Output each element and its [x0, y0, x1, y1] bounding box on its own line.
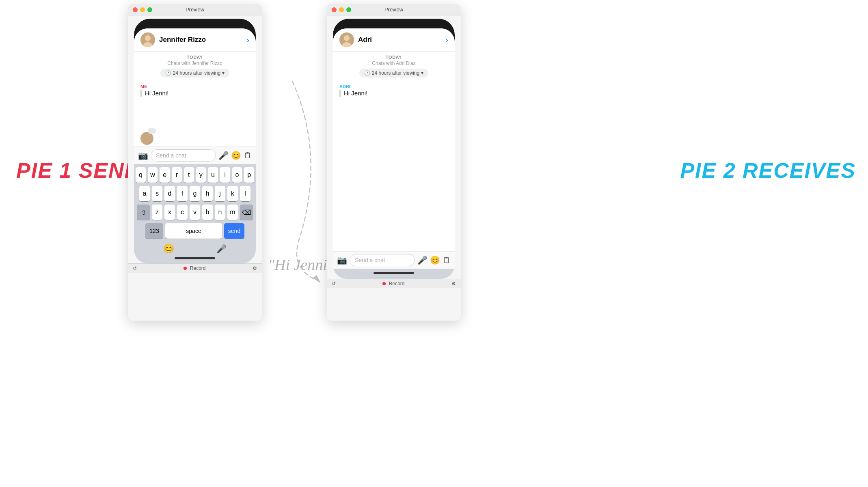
- left-kb-mic-button[interactable]: 🎤: [216, 244, 227, 254]
- key-c[interactable]: c: [177, 205, 188, 220]
- key-t[interactable]: t: [184, 167, 194, 183]
- left-minimize-button[interactable]: [140, 7, 145, 12]
- left-sender-label: ME: [140, 84, 249, 89]
- left-record-label[interactable]: Record: [184, 265, 205, 271]
- key-123[interactable]: 123: [145, 223, 163, 239]
- key-p[interactable]: p: [244, 167, 254, 183]
- left-emoji-icon[interactable]: 😊: [231, 151, 241, 160]
- key-v[interactable]: v: [190, 205, 200, 220]
- right-maximize-button[interactable]: [346, 7, 351, 12]
- right-input-field[interactable]: Send a chat: [350, 254, 415, 266]
- key-a[interactable]: a: [139, 186, 150, 201]
- right-settings-icon[interactable]: ⚙: [451, 281, 456, 287]
- left-timer-text: 24 hours after viewing: [173, 70, 220, 76]
- key-n[interactable]: n: [215, 205, 225, 220]
- right-emoji-icon[interactable]: 😊: [430, 255, 440, 265]
- left-close-button[interactable]: [133, 7, 138, 12]
- right-window-title: Preview: [384, 6, 403, 13]
- svg-point-2: [145, 35, 151, 41]
- left-keyboard: q w e r t y u i o p a: [134, 164, 256, 263]
- left-window: Preview: [128, 4, 262, 321]
- left-kb-emoji-button[interactable]: 😊: [163, 244, 174, 254]
- key-r[interactable]: r: [172, 167, 182, 183]
- right-record-dot: [382, 282, 386, 285]
- key-m[interactable]: m: [227, 205, 238, 220]
- right-reload-icon[interactable]: ↺: [332, 281, 336, 287]
- right-camera-icon[interactable]: 📷: [337, 255, 347, 265]
- right-timer-pill[interactable]: 🕐 24 hours after viewing ▾: [359, 69, 428, 78]
- key-i[interactable]: i: [220, 167, 230, 183]
- svg-point-5: [344, 35, 350, 41]
- left-avatar: [140, 32, 155, 47]
- left-reload-icon[interactable]: ↺: [133, 265, 137, 271]
- right-record-label[interactable]: Record: [382, 281, 404, 287]
- key-f[interactable]: f: [177, 186, 188, 201]
- right-contact-name: Adri: [358, 36, 445, 44]
- right-mic-icon[interactable]: 🎤: [417, 255, 428, 265]
- left-phone-shell: Jennifer Rizzo › TODAY Chats with Jennif…: [134, 19, 256, 263]
- left-nav-chevron[interactable]: ›: [246, 35, 249, 45]
- right-minimize-button[interactable]: [339, 7, 344, 12]
- key-y[interactable]: y: [196, 167, 206, 183]
- right-notch: [371, 19, 416, 28]
- key-q[interactable]: q: [136, 167, 146, 183]
- right-bottom-bar: ↺ Record ⚙: [327, 279, 461, 288]
- left-kb-row4: 123 space send: [136, 223, 254, 239]
- svg-marker-0: [313, 275, 321, 283]
- key-space[interactable]: space: [165, 223, 222, 239]
- right-sender-label: ADRI: [339, 84, 448, 89]
- key-z[interactable]: z: [152, 205, 162, 220]
- left-kb-row2: a s d f g h j k l: [136, 186, 254, 201]
- key-d[interactable]: d: [164, 186, 175, 201]
- key-u[interactable]: u: [208, 167, 218, 183]
- left-input-field[interactable]: Send a chat: [151, 149, 216, 162]
- right-input-bar: 📷 Send a chat 🎤 😊 🗒: [333, 251, 455, 269]
- key-x[interactable]: x: [164, 205, 175, 220]
- left-attachment-icon[interactable]: 🗒: [244, 151, 252, 160]
- left-mic-icon[interactable]: 🎤: [218, 151, 229, 160]
- key-j[interactable]: j: [215, 186, 225, 201]
- left-messages-area: ME Hi Jenni!: [134, 81, 256, 129]
- left-timer-icon: 🕐: [165, 70, 171, 76]
- right-window: Preview Adri: [327, 4, 461, 321]
- left-bottom-bar: ↺ Record ⚙: [128, 263, 262, 273]
- left-phone-inner: Jennifer Rizzo › TODAY Chats with Jennif…: [134, 28, 256, 263]
- left-maximize-button[interactable]: [147, 7, 152, 12]
- left-record-dot: [184, 267, 187, 270]
- key-h[interactable]: h: [202, 186, 213, 201]
- right-phone-shell: Adri › TODAY Chats with Adri Diaz 🕐 24 h…: [333, 19, 455, 279]
- left-timer-pill[interactable]: 🕐 24 hours after viewing ▾: [160, 69, 229, 78]
- left-subtitle: Chats with Jennifer Rizzo: [134, 60, 256, 69]
- right-nav-bar: Adri ›: [333, 28, 455, 52]
- key-backspace[interactable]: ⌫: [240, 205, 253, 220]
- key-g[interactable]: g: [190, 186, 200, 201]
- left-contact-name: Jennifer Rizzo: [159, 36, 246, 44]
- right-timer-chevron: ▾: [421, 70, 423, 76]
- key-send[interactable]: send: [224, 223, 244, 239]
- key-shift[interactable]: ⇧: [137, 205, 150, 220]
- key-o[interactable]: o: [232, 167, 242, 183]
- left-app-content: Jennifer Rizzo › TODAY Chats with Jennif…: [134, 28, 256, 263]
- right-timer-icon: 🕐: [364, 70, 370, 76]
- key-w[interactable]: w: [148, 167, 158, 183]
- right-timer-text: 24 hours after viewing: [372, 70, 419, 76]
- key-b[interactable]: b: [202, 205, 213, 220]
- right-messages-area: ADRI Hi Jenni!: [333, 81, 455, 251]
- key-l[interactable]: l: [240, 186, 250, 201]
- key-e[interactable]: e: [160, 167, 170, 183]
- left-date-label: TODAY: [134, 52, 256, 60]
- right-attachment-icon[interactable]: 🗒: [443, 256, 451, 265]
- key-s[interactable]: s: [152, 186, 162, 201]
- left-camera-icon[interactable]: 📷: [138, 151, 148, 160]
- right-app-content: Adri › TODAY Chats with Adri Diaz 🕐 24 h…: [333, 28, 455, 279]
- right-close-button[interactable]: [332, 7, 337, 12]
- left-settings-icon[interactable]: ⚙: [253, 265, 257, 271]
- right-nav-chevron[interactable]: ›: [445, 35, 448, 45]
- left-typing-area: ···: [134, 129, 256, 147]
- key-k[interactable]: k: [227, 186, 238, 201]
- left-typing-bubble: ···: [148, 128, 156, 134]
- right-subtitle: Chats with Adri Diaz: [333, 60, 455, 69]
- left-window-title: Preview: [186, 6, 204, 13]
- left-message-bubble: Hi Jenni!: [140, 90, 249, 97]
- left-title-bar: Preview: [128, 4, 262, 15]
